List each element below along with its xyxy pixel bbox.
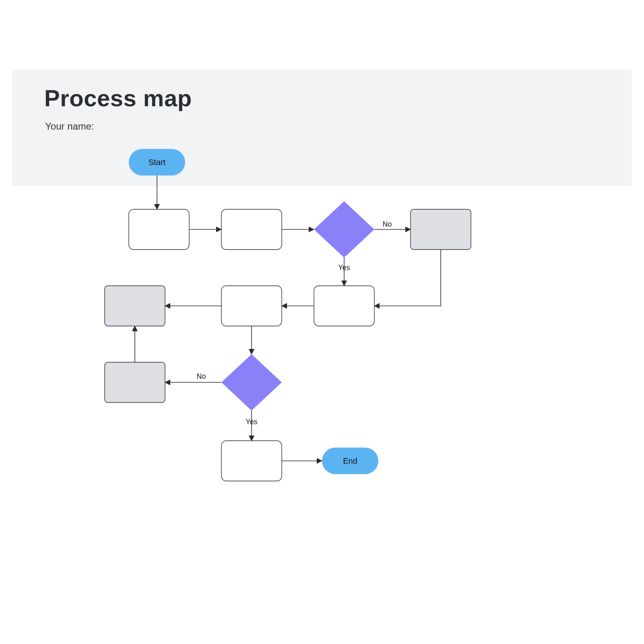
label-d1-yes: Yes [338,264,350,272]
node-p1[interactable] [129,209,189,250]
node-d1[interactable] [314,201,374,258]
node-p5[interactable] [221,441,282,481]
node-p3[interactable] [314,286,374,326]
diagram-canvas: Process map Your name: [0,0,644,644]
node-p4[interactable] [221,286,282,326]
label-d1-no: No [382,220,392,229]
label-d2-yes: Yes [246,418,257,426]
label-start: Start [149,158,165,167]
flowchart-svg [0,0,644,644]
node-d2[interactable] [221,354,282,411]
node-s2[interactable] [105,286,165,326]
node-s1[interactable] [411,209,471,250]
node-s3[interactable] [105,362,165,402]
node-p2[interactable] [221,209,282,250]
label-d2-no: No [196,372,206,381]
edge-s1-p3 [374,250,441,306]
label-end: End [343,456,357,466]
